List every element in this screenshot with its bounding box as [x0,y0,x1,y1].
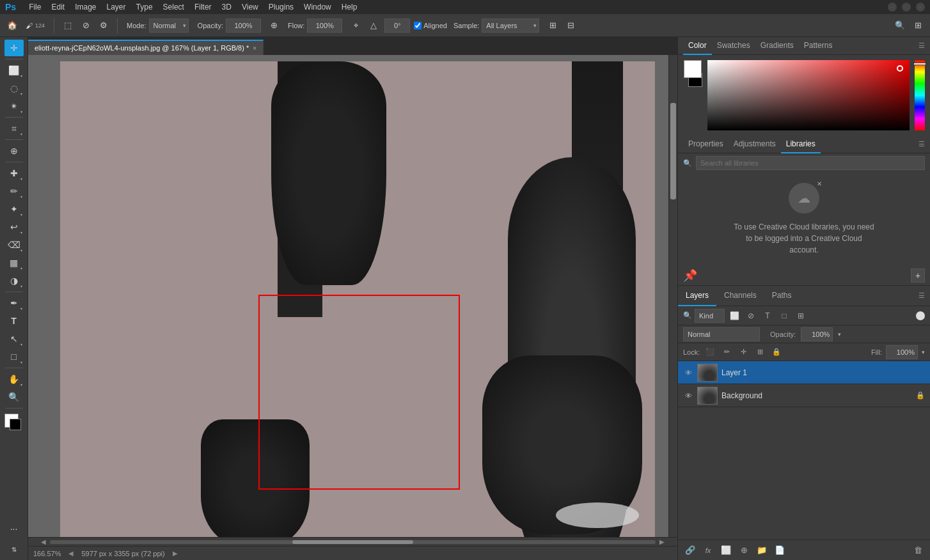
layer-item-background[interactable]: 👁 Background 🔒 [678,384,930,407]
opacity-input[interactable] [226,19,261,33]
menu-view[interactable]: View [242,3,258,12]
tab-channels[interactable]: Channels [716,286,764,306]
brush-preset-icon[interactable]: ⬚ [61,19,75,33]
tab-gradients[interactable]: Gradients [755,37,799,55]
lock-artboard-btn[interactable]: ⊞ [753,346,766,359]
menu-edit[interactable]: Edit [51,3,65,12]
lock-transparent-btn[interactable]: ⬛ [704,346,716,359]
layers-panel-menu[interactable]: ☰ [918,292,930,300]
color-hue-bar[interactable] [915,60,925,130]
ellipsis-icon[interactable]: ··· [4,520,24,537]
eraser-tool[interactable]: ⌫ [4,237,24,253]
horizontal-scrollbar[interactable]: ◀ ▶ [28,537,677,546]
filter-smart-icon[interactable]: ⊞ [794,309,808,323]
add-group-btn[interactable]: 📁 [755,543,769,557]
bg-color[interactable] [10,419,21,430]
scroll-left-arrow[interactable]: ◀ [41,538,46,545]
tab-color[interactable]: Color [683,37,712,55]
menu-help[interactable]: Help [342,3,358,12]
fill-value-input[interactable] [886,345,918,359]
minimize-button[interactable]: ─ [888,3,897,12]
lasso-tool[interactable]: ◌ [4,80,24,97]
more-tools-btn[interactable]: ··· [4,520,24,537]
search-toolbar-icon[interactable]: 🔍 [893,19,907,33]
angle-input[interactable] [384,19,410,33]
flow-input[interactable] [307,19,342,33]
path-select-tool[interactable]: ↖ [4,331,24,347]
layer-arrows-icon[interactable]: ⇅ [4,541,24,557]
new-layer-btn[interactable]: 📄 [773,543,787,557]
menu-file[interactable]: File [29,3,41,12]
tab-patterns[interactable]: Patterns [799,37,838,55]
tool-options-icon[interactable]: 🖌 124 [23,20,47,31]
properties-panel-menu[interactable]: ☰ [918,140,925,148]
link-layers-btn[interactable]: 🔗 [683,543,697,557]
brush-settings-icon[interactable]: ⚙ [97,19,111,33]
foreground-color-swatch[interactable] [684,60,702,78]
color-panel-menu[interactable]: ☰ [918,42,925,50]
menu-select[interactable]: Select [163,3,184,12]
fill-chevron-icon[interactable]: ▾ [922,349,925,355]
tab-libraries[interactable]: Libraries [781,136,821,153]
tab-close-button[interactable]: × [253,45,256,52]
history-brush-tool[interactable]: ↩ [4,219,24,235]
scrollbar-thumb[interactable] [292,540,413,544]
background-visibility-eye[interactable]: 👁 [683,391,693,401]
color-gradient-picker[interactable] [707,60,910,130]
filter-toggle-circle[interactable] [916,311,925,320]
opacity-value-input[interactable] [801,327,833,341]
status-left-arrow[interactable]: ◀ [68,550,74,557]
brush-tool[interactable]: ✏ [4,183,24,199]
brush-mode-icon[interactable]: ⊘ [79,19,93,33]
dodge-tool[interactable]: ◑ [4,272,24,289]
menu-filter[interactable]: Filter [194,3,212,12]
tab-adjustments[interactable]: Adjustments [729,136,781,153]
home-icon[interactable]: 🏠 [5,19,19,33]
arrange-icon[interactable]: ⊞ [911,19,925,33]
status-right-arrow[interactable]: ▶ [173,550,178,557]
library-add-button[interactable]: + [911,268,925,283]
layer1-visibility-eye[interactable]: 👁 [683,368,693,378]
hand-tool[interactable]: ✋ [4,371,24,387]
color-hue-cursor[interactable] [913,63,926,65]
pen-tool[interactable]: ✒ [4,295,24,311]
mode-select[interactable]: Normal [149,19,189,33]
tab-properties[interactable]: Properties [683,136,729,153]
add-adjustment-btn[interactable]: ⊕ [737,543,751,557]
sample-select-wrapper[interactable]: All Layers [482,19,539,33]
fg-bg-colors[interactable] [4,414,24,433]
heal-tool[interactable]: ✚ [4,165,24,182]
document-tab[interactable]: eliott-reyna-jCEpN62oWL4-unsplash.jpg @ … [28,40,264,55]
delete-layer-btn[interactable]: 🗑 [911,543,925,557]
aligned-checkbox[interactable] [414,22,422,29]
maximize-button[interactable]: □ [902,3,911,12]
menu-type[interactable]: Type [136,3,153,12]
add-fx-btn[interactable]: fx [701,543,715,557]
blend-mode-select[interactable]: Normal [683,327,760,341]
toggle-overlay-icon[interactable]: ⊟ [564,19,578,33]
layer-item-layer1[interactable]: 👁 Layer 1 [678,361,930,384]
type-tool[interactable]: T [4,313,24,329]
add-mask-btn[interactable]: ⬜ [719,543,733,557]
sample-select[interactable]: All Layers [482,19,539,33]
close-button[interactable]: × [916,3,925,12]
tab-layers[interactable]: Layers [678,286,716,306]
lock-position-btn[interactable]: ✛ [737,346,750,359]
filter-type-icon[interactable]: T [761,309,775,323]
filter-pixel-icon[interactable]: ⬜ [727,309,741,323]
gradient-tool[interactable]: ▦ [4,254,24,271]
move-tool[interactable]: ✛ [4,40,24,56]
crop-tool[interactable]: ⌗ [4,120,24,137]
shape-tool[interactable]: □ [4,348,24,365]
marquee-rect-tool[interactable]: ⬜ [4,62,24,79]
library-search-input[interactable] [696,156,925,170]
magic-wand-tool[interactable]: ✴ [4,98,24,114]
filter-shape-icon[interactable]: □ [777,309,791,323]
menu-window[interactable]: Window [304,3,331,12]
tab-paths[interactable]: Paths [764,286,800,306]
lock-pixels-btn[interactable]: ✏ [720,346,733,359]
scroll-right-arrow[interactable]: ▶ [659,538,665,545]
smoothing-icon[interactable]: ⌖ [349,19,363,33]
zoom-tool[interactable]: 🔍 [4,389,24,405]
scrollbar-track[interactable] [50,540,656,544]
